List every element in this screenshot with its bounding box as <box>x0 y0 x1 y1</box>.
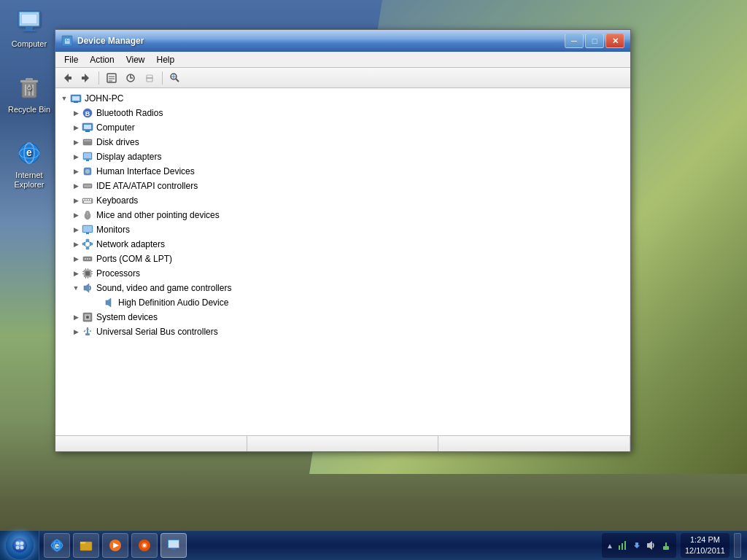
tree-item-system[interactable]: ▶ System devices <box>55 310 630 324</box>
svg-point-99 <box>20 546 23 550</box>
display-expand[interactable]: ▶ <box>70 151 82 163</box>
ide-expand[interactable]: ▶ <box>70 180 82 192</box>
tree-item-root[interactable]: ▼ JOHN-PC <box>55 91 630 106</box>
disk-expand[interactable]: ▶ <box>70 136 82 148</box>
tree-item-bluetooth[interactable]: ▶ B Bluetooth Radios <box>55 106 630 120</box>
tree-item-ide[interactable]: ▶ IDE ATA/ATAPI controllers <box>55 179 630 193</box>
network-label: Network adapters <box>96 239 165 249</box>
mice-label: Mice and other pointing devices <box>96 210 220 220</box>
toolbar-sep-2 <box>162 71 163 85</box>
tree-item-monitors[interactable]: ▶ Monitors <box>55 222 630 237</box>
processors-expand[interactable]: ▶ <box>70 268 82 279</box>
taskbar-devmgr[interactable] <box>160 533 187 558</box>
svg-rect-119 <box>665 542 667 546</box>
toolbar-back[interactable] <box>58 70 76 86</box>
svg-rect-112 <box>169 540 179 548</box>
tree-item-hid[interactable]: ▶ Human Interface Devices <box>55 164 630 179</box>
tree-item-hd-audio[interactable]: ▶ High Definition Audio Device <box>55 295 630 310</box>
systray-expand[interactable]: ▲ <box>606 542 614 550</box>
root-icon <box>70 93 82 104</box>
tree-item-display[interactable]: ▶ Display adapters <box>55 149 630 164</box>
menu-help[interactable]: Help <box>151 53 181 66</box>
bluetooth-expand[interactable]: ▶ <box>70 107 82 119</box>
ports-expand[interactable]: ▶ <box>70 253 82 265</box>
toolbar-forward[interactable] <box>77 70 95 86</box>
monitors-expand[interactable]: ▶ <box>70 224 82 236</box>
computer-expand[interactable]: ▶ <box>70 122 82 133</box>
network-expand[interactable]: ▶ <box>70 238 82 250</box>
svg-rect-42 <box>85 131 90 132</box>
systray-power <box>660 540 672 551</box>
desktop-icon-ie[interactable]: e Internet Explorer <box>7 139 51 190</box>
svg-point-110 <box>143 544 146 547</box>
clock[interactable]: 1:24 PM 12/10/2011 <box>681 533 729 558</box>
svg-rect-21 <box>68 77 71 79</box>
taskbar-ie[interactable]: e <box>44 533 70 558</box>
svg-marker-86 <box>84 284 89 292</box>
svg-rect-57 <box>84 201 91 203</box>
menu-file[interactable]: File <box>58 53 84 66</box>
toolbar-update[interactable] <box>122 70 139 86</box>
ide-icon <box>82 180 93 192</box>
taskbar-explorer[interactable] <box>73 533 99 558</box>
svg-rect-44 <box>84 140 91 141</box>
tree-item-computer[interactable]: ▶ Computer <box>55 120 630 135</box>
svg-line-93 <box>84 330 85 332</box>
status-section-3 <box>438 436 630 451</box>
sound-expand[interactable]: ▼ <box>70 282 82 294</box>
desktop: Computer ♻ Recycle Bin e <box>0 0 747 560</box>
svg-rect-92 <box>85 333 90 335</box>
minimize-button[interactable]: ─ <box>565 34 584 48</box>
taskbar-media-icon <box>107 537 123 553</box>
tree-item-network[interactable]: ▶ Network adapters <box>55 237 630 252</box>
hid-label: Human Interface Devices <box>96 166 195 176</box>
taskbar-programs: e <box>39 531 596 560</box>
keyboards-expand[interactable]: ▶ <box>70 195 82 206</box>
svg-point-90 <box>86 316 89 319</box>
tree-item-keyboards[interactable]: ▶ Keyboards <box>55 193 630 208</box>
close-button[interactable]: ✕ <box>605 34 624 48</box>
clock-date: 12/10/2011 <box>685 545 725 556</box>
svg-point-74 <box>87 258 88 260</box>
svg-rect-85 <box>88 277 88 279</box>
display-icon <box>82 151 93 163</box>
tree-item-mice[interactable]: ▶ Mice and other pointing devices <box>55 208 630 222</box>
disk-icon <box>82 136 93 148</box>
svg-rect-63 <box>86 233 89 234</box>
taskbar-media[interactable] <box>102 533 128 558</box>
toolbar-scan[interactable] <box>166 70 184 86</box>
desktop-icon-computer[interactable]: Computer <box>7 7 51 49</box>
svg-line-71 <box>88 245 91 247</box>
menu-action[interactable]: Action <box>84 53 120 66</box>
tree-item-ports[interactable]: ▶ Ports (COM & LPT) <box>55 252 630 266</box>
monitors-label: Monitors <box>96 225 130 235</box>
maximize-button[interactable]: □ <box>585 34 604 48</box>
svg-line-70 <box>84 245 88 247</box>
usb-expand[interactable]: ▶ <box>70 326 82 338</box>
hid-expand[interactable]: ▶ <box>70 166 82 177</box>
mice-expand[interactable]: ▶ <box>70 209 82 221</box>
svg-rect-3 <box>23 30 36 31</box>
start-button[interactable] <box>0 531 39 560</box>
monitors-icon <box>82 224 93 236</box>
toolbar-properties[interactable] <box>103 70 120 86</box>
keyboards-label: Keyboards <box>96 195 138 206</box>
root-expand-icon[interactable]: ▼ <box>58 93 70 104</box>
menu-view[interactable]: View <box>120 53 151 66</box>
tree-item-sound[interactable]: ▼ Sound, video and game controllers <box>55 281 630 295</box>
title-bar: 🖥 Device Manager ─ □ ✕ <box>55 30 630 52</box>
svg-point-95 <box>12 538 27 553</box>
show-desktop-button[interactable] <box>734 533 741 558</box>
tree-item-usb[interactable]: ▶ Universal Serial Bus controllers <box>55 324 630 339</box>
svg-rect-66 <box>90 243 93 245</box>
system-expand[interactable]: ▶ <box>70 311 82 323</box>
svg-rect-41 <box>84 125 91 129</box>
tree-content[interactable]: ▼ JOHN-PC ▶ B Bluetooth Radios <box>55 88 630 435</box>
toolbar-uninstall[interactable] <box>141 70 158 86</box>
desktop-icon-recycle-bin[interactable]: ♻ Recycle Bin <box>7 73 51 114</box>
svg-rect-23 <box>82 77 85 79</box>
taskbar-wmp[interactable] <box>131 533 158 558</box>
tree-item-processors[interactable]: ▶ Processors <box>55 266 630 281</box>
tree-item-disk[interactable]: ▶ Disk drives <box>55 135 630 149</box>
display-label: Display adapters <box>96 152 161 162</box>
